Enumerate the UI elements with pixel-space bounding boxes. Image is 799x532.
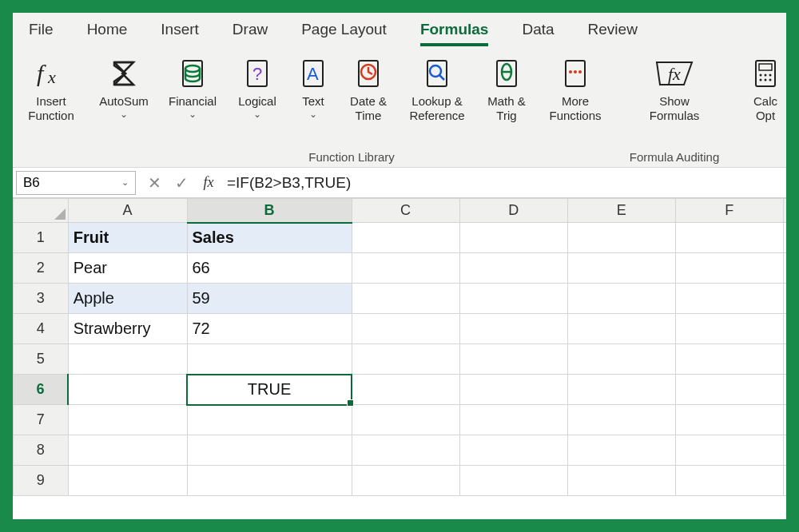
cell-C7[interactable] xyxy=(352,405,459,435)
insert-function-button[interactable]: fx Insert Function xyxy=(15,53,87,123)
cell-E7[interactable] xyxy=(567,405,675,435)
cell-B2[interactable]: 66 xyxy=(187,253,352,284)
cell-A6[interactable] xyxy=(68,375,187,405)
cell-A2[interactable]: Pear xyxy=(68,253,187,284)
cell-F3[interactable] xyxy=(675,284,783,314)
cell-E6[interactable] xyxy=(567,375,675,405)
cancel-formula-button[interactable]: ✕ xyxy=(141,171,168,195)
logical-button[interactable]: ? Logical ⌄ xyxy=(229,53,286,120)
tab-file[interactable]: File xyxy=(29,18,54,42)
cell-D4[interactable] xyxy=(459,314,567,344)
cell-C9[interactable] xyxy=(352,466,459,496)
cell-G6[interactable] xyxy=(783,375,786,405)
cell-B9[interactable] xyxy=(187,466,352,496)
cell-B7[interactable] xyxy=(187,405,352,435)
cell-A8[interactable] xyxy=(68,435,187,466)
cell-G5[interactable] xyxy=(783,344,786,375)
cell-C3[interactable] xyxy=(352,284,459,314)
insert-function-fx-button[interactable]: fx xyxy=(195,171,222,195)
cell-E3[interactable] xyxy=(567,284,675,314)
cell-E8[interactable] xyxy=(567,435,675,466)
cell-G1[interactable] xyxy=(783,223,786,253)
cell-F9[interactable] xyxy=(675,466,783,496)
cell-C1[interactable] xyxy=(352,223,459,253)
cell-A5[interactable] xyxy=(68,344,187,375)
tab-draw[interactable]: Draw xyxy=(233,18,268,42)
cell-E1[interactable] xyxy=(567,223,675,253)
cell-E4[interactable] xyxy=(567,314,675,344)
cell-G2[interactable] xyxy=(783,253,786,284)
tab-review[interactable]: Review xyxy=(588,18,638,42)
cell-C5[interactable] xyxy=(352,344,459,375)
cell-E9[interactable] xyxy=(567,466,675,496)
cell-D1[interactable] xyxy=(459,223,567,253)
text-button[interactable]: A Text ⌄ xyxy=(289,53,337,120)
spreadsheet-grid[interactable]: A B C D E F G 1 Fruit Sales xyxy=(13,198,786,519)
cell-C4[interactable] xyxy=(352,314,459,344)
name-box[interactable]: B6 ⌄ xyxy=(16,171,136,195)
cell-F7[interactable] xyxy=(675,405,783,435)
cell-E5[interactable] xyxy=(567,344,675,375)
col-header-G[interactable]: G xyxy=(783,199,786,223)
cell-G7[interactable] xyxy=(783,405,786,435)
cell-A4[interactable]: Strawberry xyxy=(68,314,187,344)
cell-A9[interactable] xyxy=(68,466,187,496)
cell-C8[interactable] xyxy=(352,435,459,466)
cell-B8[interactable] xyxy=(187,435,352,466)
cell-F6[interactable] xyxy=(675,375,783,405)
cell-E2[interactable] xyxy=(567,253,675,284)
lookup-reference-button[interactable]: Lookup & Reference xyxy=(400,53,475,123)
formula-input[interactable]: =IF(B2>B3,TRUE) xyxy=(222,171,786,195)
cell-G3[interactable] xyxy=(783,284,786,314)
cell-A3[interactable]: Apple xyxy=(68,284,187,314)
math-trig-button[interactable]: Math & Trig xyxy=(478,53,535,123)
cell-G4[interactable] xyxy=(783,314,786,344)
select-all-corner[interactable] xyxy=(14,199,69,223)
row-header-5[interactable]: 5 xyxy=(14,344,69,375)
col-header-C[interactable]: C xyxy=(352,199,459,223)
cell-B1[interactable]: Sales xyxy=(187,223,352,253)
cell-D5[interactable] xyxy=(459,344,567,375)
show-formulas-button[interactable]: fx Show Formulas xyxy=(618,53,730,123)
cell-B5[interactable] xyxy=(187,344,352,375)
cell-F4[interactable] xyxy=(675,314,783,344)
cell-A1[interactable]: Fruit xyxy=(68,223,187,253)
cell-F1[interactable] xyxy=(675,223,783,253)
tab-formulas[interactable]: Formulas xyxy=(420,18,489,42)
col-header-F[interactable]: F xyxy=(675,199,783,223)
cell-B4[interactable]: 72 xyxy=(187,314,352,344)
row-header-3[interactable]: 3 xyxy=(14,284,69,314)
autosum-button[interactable]: AutoSum ⌄ xyxy=(91,53,157,120)
cell-D7[interactable] xyxy=(459,405,567,435)
cell-F5[interactable] xyxy=(675,344,783,375)
cell-C2[interactable] xyxy=(352,253,459,284)
col-header-D[interactable]: D xyxy=(459,199,567,223)
col-header-B[interactable]: B xyxy=(187,199,352,223)
cell-F8[interactable] xyxy=(675,435,783,466)
col-header-E[interactable]: E xyxy=(567,199,675,223)
cell-D8[interactable] xyxy=(459,435,567,466)
enter-formula-button[interactable]: ✓ xyxy=(168,171,195,195)
row-header-4[interactable]: 4 xyxy=(14,314,69,344)
cell-B3[interactable]: 59 xyxy=(187,284,352,314)
tab-data[interactable]: Data xyxy=(522,18,554,42)
cell-F2[interactable] xyxy=(675,253,783,284)
col-header-A[interactable]: A xyxy=(68,199,187,223)
tab-home[interactable]: Home xyxy=(87,18,128,42)
cell-D2[interactable] xyxy=(459,253,567,284)
more-functions-button[interactable]: More Functions xyxy=(539,53,612,123)
row-header-8[interactable]: 8 xyxy=(14,435,69,466)
row-header-2[interactable]: 2 xyxy=(14,253,69,284)
cell-B6[interactable]: TRUE xyxy=(187,375,352,405)
cell-C6[interactable] xyxy=(352,375,459,405)
calculation-options-button[interactable]: Calc Opt xyxy=(743,53,786,123)
cell-G9[interactable] xyxy=(783,466,786,496)
cell-A7[interactable] xyxy=(68,405,187,435)
row-header-6[interactable]: 6 xyxy=(14,375,69,405)
cell-D9[interactable] xyxy=(459,466,567,496)
cell-D6[interactable] xyxy=(459,375,567,405)
row-header-1[interactable]: 1 xyxy=(14,223,69,253)
cell-D3[interactable] xyxy=(459,284,567,314)
financial-button[interactable]: Financial ⌄ xyxy=(160,53,225,120)
tab-page-layout[interactable]: Page Layout xyxy=(301,18,387,42)
